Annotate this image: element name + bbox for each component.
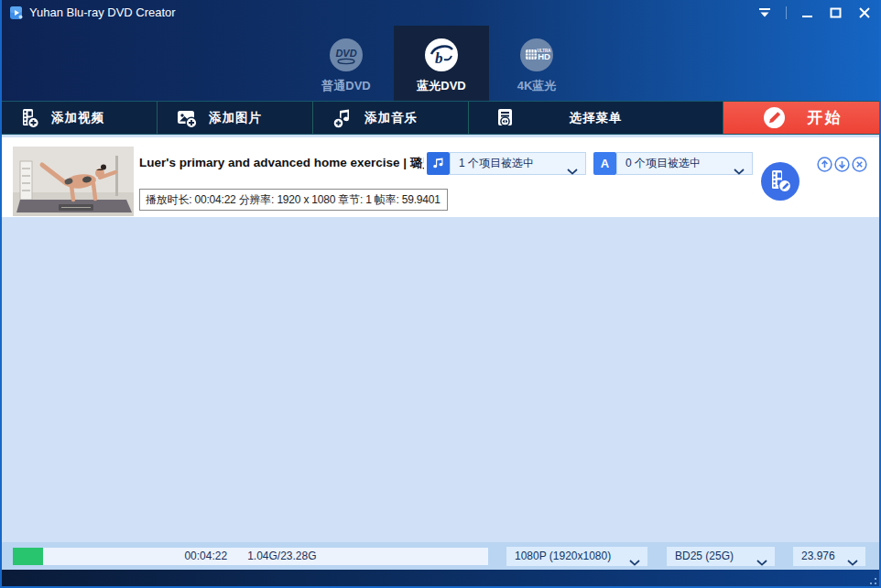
tab-bluray-dvd[interactable]: b 蓝光DVD — [394, 26, 489, 101]
capacity-progress-bar: 00:04:221.04G/23.28G — [13, 548, 488, 565]
toolbar: 添加视频 添加图片 添加音乐 — [0, 101, 881, 135]
select-menu-label: 选择菜单 — [469, 102, 723, 134]
titlebar: Yuhan Blu-ray DVD Creator — [0, 0, 881, 26]
window-controls — [757, 0, 872, 26]
tab-normal-dvd[interactable]: DVD 普通DVD — [299, 26, 394, 101]
app-logo-icon — [9, 5, 24, 20]
music-plus-icon — [332, 107, 353, 129]
resize-grip[interactable] — [869, 577, 876, 584]
video-item-row: Luer's primary and advanced home exercis… — [0, 137, 881, 217]
close-icon[interactable] — [857, 5, 872, 20]
audio-track-value: 1 个项目被选中 — [450, 152, 586, 175]
item-actions — [817, 157, 867, 172]
capacity-progress-text: 00:04:221.04G/23.28G — [13, 548, 488, 565]
app-window: Yuhan Blu-ray DVD Creator — [0, 0, 881, 588]
move-down-icon[interactable] — [834, 157, 850, 172]
window-title: Yuhan Blu-ray DVD Creator — [29, 0, 176, 26]
ultra-hd-logo-icon: ULTRA HD — [519, 38, 554, 72]
video-thumbnail[interactable] — [13, 147, 134, 216]
move-up-icon[interactable] — [817, 157, 832, 172]
chevron-down-icon — [734, 161, 745, 182]
svg-text:HD: HD — [538, 51, 550, 61]
add-image-button[interactable]: 添加图片 — [158, 102, 313, 134]
subtitle-value: 0 个项目被选中 — [616, 152, 753, 175]
dvd-logo-icon: DVD — [329, 38, 364, 72]
add-video-label: 添加视频 — [51, 102, 104, 134]
music-note-icon — [427, 152, 450, 175]
tab-label: 普通DVD — [321, 78, 370, 94]
subtitle-a-icon: A — [593, 152, 616, 175]
add-video-button[interactable]: 添加视频 — [0, 102, 158, 134]
image-plus-icon — [176, 107, 198, 129]
header: Yuhan Blu-ray DVD Creator — [0, 0, 881, 101]
select-menu-button[interactable]: 选择菜单 — [469, 102, 723, 134]
start-button[interactable]: 开始 — [723, 102, 881, 134]
disc-type-dropdown[interactable]: BD25 (25G) — [667, 547, 775, 566]
controls-divider — [786, 6, 787, 19]
add-music-label: 添加音乐 — [364, 102, 418, 134]
tab-4k-bluray[interactable]: ULTRA HD 4K蓝光 — [489, 26, 584, 101]
maximize-icon[interactable] — [829, 5, 843, 20]
minimize-icon[interactable] — [800, 5, 815, 20]
size-value: 1.04G/23.28G — [247, 550, 316, 562]
edit-video-button[interactable] — [761, 162, 799, 201]
audio-track-dropdown[interactable]: 1 个项目被选中 — [427, 152, 586, 175]
framerate-dropdown[interactable]: 23.976 — [793, 547, 865, 566]
tab-label: 4K蓝光 — [517, 78, 557, 94]
remove-item-icon[interactable] — [852, 157, 867, 172]
window-border-left — [0, 0, 2, 588]
tab-label: 蓝光DVD — [417, 78, 465, 94]
svg-text:b: b — [435, 49, 443, 67]
chevron-down-icon — [567, 161, 578, 182]
bottom-strip — [0, 570, 881, 588]
svg-text:DVD: DVD — [335, 48, 356, 59]
add-image-label: 添加图片 — [209, 102, 262, 134]
subtitle-dropdown[interactable]: A 0 个项目被选中 — [593, 152, 753, 175]
bluray-logo-icon: b — [424, 38, 459, 72]
burn-pencil-icon — [763, 106, 786, 129]
media-info: 播放时长: 00:04:22 分辨率: 1920 x 1080 章节: 1 帧率… — [139, 189, 448, 211]
duration-value: 00:04:22 — [184, 550, 227, 562]
statusbar: 00:04:221.04G/23.28G 1080P (1920x1080) B… — [0, 542, 881, 570]
menu-chevron-icon[interactable] — [757, 5, 772, 20]
start-label: 开始 — [808, 107, 843, 128]
video-title: Luer's primary and advanced home exercis… — [139, 154, 424, 172]
add-music-button[interactable]: 添加音乐 — [313, 102, 469, 134]
resolution-dropdown[interactable]: 1080P (1920x1080) — [506, 547, 647, 566]
film-plus-icon — [18, 107, 40, 129]
